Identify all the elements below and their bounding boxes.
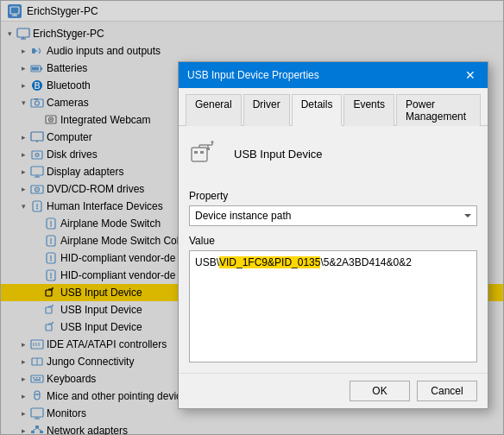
dialog-close-button[interactable]: ✕: [462, 66, 479, 84]
value-suffix: \5&2A3BD414&0&2: [320, 256, 411, 268]
value-highlight: VID_1FC9&PID_0135: [219, 256, 320, 268]
svg-point-120: [211, 141, 214, 143]
tab-details[interactable]: Details: [292, 94, 343, 126]
dialog-body: USB Input Device Property Device instanc…: [179, 126, 488, 373]
tab-general[interactable]: General: [186, 94, 242, 126]
dialog-footer: OK Cancel: [179, 373, 488, 408]
value-label: Value: [189, 235, 477, 247]
tab-events[interactable]: Events: [343, 94, 394, 126]
value-box: USB\VID_1FC9&PID_0135\5&2A3BD414&0&2: [189, 250, 477, 362]
tab-power[interactable]: Power Management: [396, 94, 481, 126]
svg-rect-122: [206, 148, 210, 150]
tab-driver[interactable]: Driver: [243, 94, 290, 126]
value-prefix: USB\: [195, 256, 219, 268]
dialog-titlebar: USB Input Device Properties ✕: [179, 62, 488, 88]
svg-rect-116: [200, 151, 204, 154]
device-header: USB Input Device: [189, 136, 477, 178]
dialog-tabs-bar: General Driver Details Events Power Mana…: [179, 88, 488, 126]
svg-rect-114: [192, 148, 207, 161]
device-header-name: USB Input Device: [234, 148, 323, 161]
device-manager-window: ErichStyger-PC ▾ ErichStyger-PC ▸ Audio …: [0, 0, 504, 435]
svg-rect-115: [194, 151, 198, 154]
property-label: Property: [189, 190, 477, 202]
property-select[interactable]: Device instance path: [189, 205, 477, 226]
ok-button[interactable]: OK: [350, 381, 410, 401]
device-header-icon: [189, 136, 224, 171]
cancel-button[interactable]: Cancel: [417, 381, 477, 401]
properties-dialog: USB Input Device Properties ✕ General Dr…: [178, 61, 488, 409]
dialog-title: USB Input Device Properties: [187, 69, 319, 81]
